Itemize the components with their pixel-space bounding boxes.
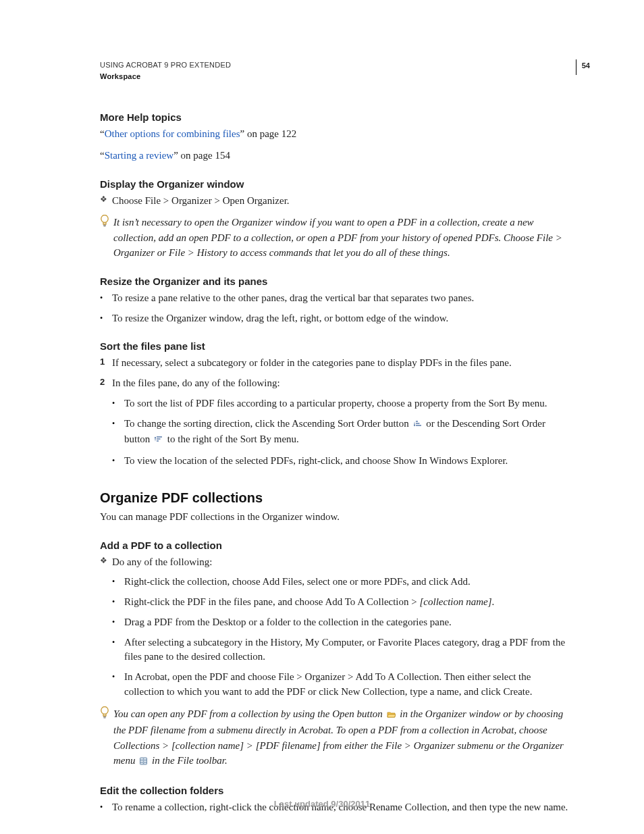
folder-open-icon	[387, 708, 396, 723]
footer-updated: Last updated 9/30/2011	[0, 799, 644, 809]
doc-title: USING ACROBAT 9 PRO EXTENDED	[100, 59, 231, 71]
bullet-icon: •	[100, 313, 112, 328]
list-text: In the files pane, do any of the followi…	[112, 376, 280, 391]
list-text: Do any of the following:	[112, 555, 212, 570]
list-text: Right-click the collection, choose Add F…	[124, 575, 471, 590]
list-text: To resize the Organizer window, drag the…	[112, 311, 448, 326]
svg-point-11	[101, 706, 108, 714]
diamond-bullet-icon: ❖	[100, 194, 112, 209]
heading-add-pdf: Add a PDF to a collection	[100, 540, 570, 551]
list-text: In Acrobat, open the PDF and choose File…	[124, 670, 570, 700]
lightbulb-icon	[100, 215, 113, 261]
heading-resize-organizer: Resize the Organizer and its panes	[100, 276, 570, 287]
list-item: • In Acrobat, open the PDF and choose Fi…	[112, 670, 570, 700]
list-item: • To resize the Organizer window, drag t…	[100, 311, 570, 326]
page-header: USING ACROBAT 9 PRO EXTENDED Workspace 5…	[100, 59, 570, 82]
list-item: • To change the sorting direction, click…	[112, 417, 570, 449]
list-text: Right-click the PDF in the files pane, a…	[124, 595, 494, 610]
list-text: If necessary, select a subcategory or fo…	[112, 356, 512, 371]
svg-marker-6	[414, 421, 415, 426]
heading-organize-collections: Organize PDF collections	[100, 490, 570, 506]
svg-point-19	[143, 763, 144, 764]
sort-descending-icon	[154, 434, 163, 448]
list-text: After selecting a subcategory in the His…	[124, 635, 570, 665]
list-text: To view the location of the selected PDF…	[124, 454, 508, 469]
bullet-icon: •	[112, 398, 124, 413]
svg-point-17	[143, 758, 144, 759]
list-item: • To view the location of the selected P…	[112, 454, 570, 469]
list-item: • After selecting a subcategory in the H…	[112, 635, 570, 665]
organizer-cabinet-icon	[139, 754, 148, 770]
list-item: 1 If necessary, select a subcategory or …	[100, 356, 570, 371]
svg-point-18	[143, 761, 144, 762]
list-item: • Right-click the collection, choose Add…	[112, 575, 570, 590]
more-help-heading: More Help topics	[100, 111, 570, 123]
list-text: To sort the list of PDF files according …	[124, 396, 547, 411]
lightbulb-icon	[100, 706, 113, 770]
sort-ascending-icon	[413, 418, 423, 433]
doc-section: Workspace	[100, 71, 231, 82]
bullet-icon: •	[112, 418, 124, 450]
list-item: • To sort the list of PDF files accordin…	[112, 396, 570, 411]
svg-point-0	[101, 215, 108, 223]
list-text: Choose File > Organizer > Open Organizer…	[112, 194, 290, 209]
heading-sort-files: Sort the files pane list	[100, 340, 570, 352]
tip-note: It isn’t necessary to open the Organizer…	[100, 215, 570, 261]
step-number: 1	[100, 356, 112, 371]
list-text: Drag a PDF from the Desktop or a folder …	[124, 615, 452, 630]
bullet-icon: •	[112, 596, 124, 611]
list-item: • Drag a PDF from the Desktop or a folde…	[112, 615, 570, 630]
bullet-icon: •	[100, 292, 112, 307]
list-item: 2 In the files pane, do any of the follo…	[100, 376, 570, 391]
list-item: ❖ Choose File > Organizer > Open Organiz…	[100, 194, 570, 209]
list-text: To change the sorting direction, click t…	[124, 417, 570, 449]
heading-edit-folders: Edit the collection folders	[100, 785, 570, 796]
section-intro: You can manage PDF collections in the Or…	[100, 510, 570, 525]
tip-note: You can open any PDF from a collection b…	[100, 706, 570, 770]
bullet-icon: •	[112, 671, 124, 701]
diamond-bullet-icon: ❖	[100, 555, 112, 570]
tip-text: You can open any PDF from a collection b…	[113, 706, 570, 770]
bullet-icon: •	[112, 617, 124, 631]
step-number: 2	[100, 376, 112, 391]
svg-marker-10	[155, 437, 156, 442]
list-item: • To resize a pane relative to the other…	[100, 291, 570, 306]
bullet-icon: •	[112, 637, 124, 667]
heading-display-organizer: Display the Organizer window	[100, 178, 570, 190]
help-link-row-1: “Other options for combining files” on p…	[100, 127, 570, 142]
help-link-row-2: “Starting a review” on page 154	[100, 149, 570, 163]
bullet-icon: •	[112, 455, 124, 470]
link-starting-review[interactable]: Starting a review	[105, 150, 173, 161]
bullet-icon: •	[112, 576, 124, 591]
tip-text: It isn’t necessary to open the Organizer…	[113, 215, 570, 261]
list-item: • Right-click the PDF in the files pane,…	[112, 595, 570, 610]
link-combining-files[interactable]: Other options for combining files	[105, 128, 240, 139]
list-text: To resize a pane relative to the other p…	[112, 291, 474, 306]
list-item: ❖ Do any of the following:	[100, 555, 570, 570]
page-number: 54	[576, 59, 590, 75]
